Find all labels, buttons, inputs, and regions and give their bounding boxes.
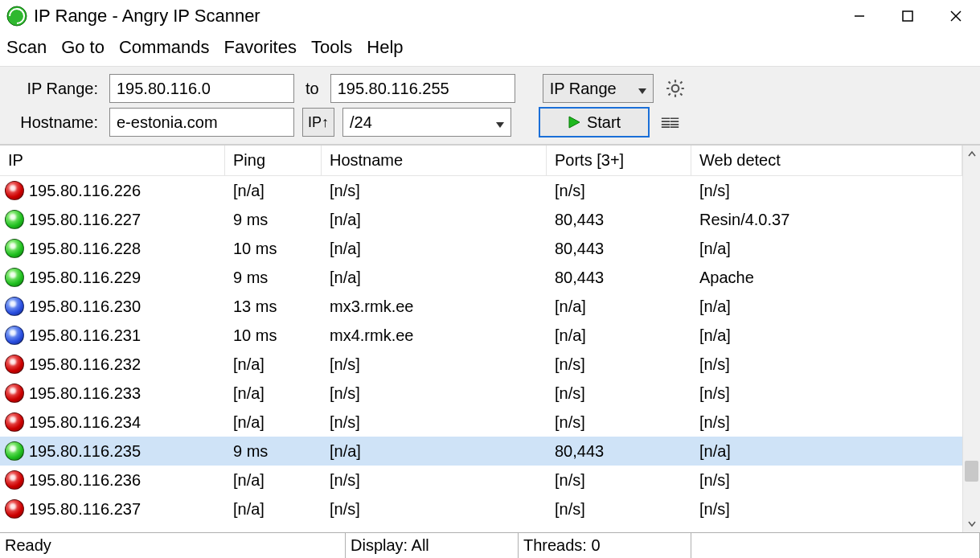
table-row[interactable]: 195.80.116.22810 ms[n/a]80,443[n/a] bbox=[0, 234, 962, 263]
toolbar: IP Range: to IP Range Hostname: IP↑ /24 … bbox=[0, 66, 980, 145]
table-row[interactable]: 195.80.116.236[n/a][n/s][n/s][n/s] bbox=[0, 466, 962, 494]
cell-ping: [n/a] bbox=[225, 176, 322, 205]
table-row[interactable]: 195.80.116.234[n/a][n/s][n/s][n/s] bbox=[0, 408, 962, 437]
ip-text: 195.80.116.236 bbox=[29, 471, 141, 490]
play-icon bbox=[568, 116, 580, 129]
netmask-label: /24 bbox=[350, 113, 372, 132]
cell-ip: 195.80.116.230 bbox=[0, 292, 225, 321]
ip-text: 195.80.116.232 bbox=[29, 355, 141, 374]
status-icon bbox=[5, 412, 24, 432]
svg-marker-5 bbox=[569, 117, 580, 128]
status-icon bbox=[5, 181, 24, 200]
vertical-scrollbar[interactable] bbox=[962, 146, 980, 532]
ip-text: 195.80.116.226 bbox=[29, 182, 141, 200]
cell-ping: 9 ms bbox=[225, 205, 322, 234]
preferences-button[interactable] bbox=[662, 75, 689, 102]
status-icon bbox=[5, 441, 24, 461]
table-row[interactable]: 195.80.116.2279 ms[n/a]80,443Resin/4.0.3… bbox=[0, 205, 962, 234]
app-icon bbox=[6, 6, 27, 27]
status-empty bbox=[691, 533, 980, 558]
cell-webdetect: [n/a] bbox=[691, 437, 962, 466]
status-bar: Ready Display: All Threads: 0 bbox=[0, 532, 980, 558]
table-row[interactable]: 195.80.116.23013 msmx3.rmk.ee[n/a][n/a] bbox=[0, 292, 962, 321]
ip-text: 195.80.116.234 bbox=[29, 413, 141, 432]
hostname-label: Hostname: bbox=[5, 113, 101, 132]
menu-help[interactable]: Help bbox=[367, 37, 403, 58]
results-table: IP Ping Hostname Ports [3+] Web detect 1… bbox=[0, 145, 980, 532]
col-header-ip[interactable]: IP bbox=[0, 146, 225, 176]
table-row[interactable]: 195.80.116.226[n/a][n/s][n/s][n/s] bbox=[0, 176, 962, 205]
chevron-down-icon bbox=[496, 113, 504, 132]
cell-ping: 10 ms bbox=[225, 234, 322, 263]
hostname-input[interactable] bbox=[109, 108, 294, 137]
cell-ports: [n/s] bbox=[547, 350, 691, 379]
status-icon bbox=[5, 297, 24, 316]
svg-rect-2 bbox=[903, 11, 912, 21]
col-header-ping[interactable]: Ping bbox=[225, 146, 322, 176]
ip-text: 195.80.116.237 bbox=[29, 500, 141, 519]
menu-goto[interactable]: Go to bbox=[61, 37, 105, 58]
minimize-button[interactable] bbox=[835, 0, 884, 32]
ip-text: 195.80.116.227 bbox=[29, 211, 141, 229]
table-row[interactable]: 195.80.116.23110 msmx4.rmk.ee[n/a][n/a] bbox=[0, 321, 962, 350]
range-type-dropdown[interactable]: IP Range bbox=[543, 74, 654, 103]
ip-text: 195.80.116.230 bbox=[29, 297, 141, 316]
scrollbar-thumb[interactable] bbox=[965, 461, 978, 482]
cell-webdetect: [n/a] bbox=[691, 321, 962, 350]
start-button[interactable]: Start bbox=[539, 107, 650, 137]
menu-tools[interactable]: Tools bbox=[311, 37, 352, 58]
col-header-webdetect[interactable]: Web detect bbox=[691, 146, 962, 176]
cell-ports: [n/s] bbox=[547, 408, 691, 437]
cell-ports: [n/s] bbox=[547, 494, 691, 523]
menu-commands[interactable]: Commands bbox=[119, 37, 209, 58]
ip-text: 195.80.116.231 bbox=[29, 326, 141, 345]
ip-up-button[interactable]: IP↑ bbox=[302, 108, 334, 137]
ip-text: 195.80.116.233 bbox=[29, 384, 141, 403]
cell-webdetect: [n/a] bbox=[691, 234, 962, 263]
cell-webdetect: [n/s] bbox=[691, 494, 962, 523]
start-button-label: Start bbox=[587, 113, 621, 132]
cell-hostname: [n/s] bbox=[322, 494, 547, 523]
chevron-down-icon bbox=[968, 519, 976, 527]
fetchers-button[interactable]: ≣≣ bbox=[658, 109, 682, 136]
cell-ports: 80,443 bbox=[547, 234, 691, 263]
col-header-ports[interactable]: Ports [3+] bbox=[547, 146, 691, 176]
cell-webdetect: [n/s] bbox=[691, 176, 962, 205]
scrollbar-track[interactable] bbox=[963, 163, 980, 515]
ip-to-input[interactable] bbox=[330, 74, 515, 103]
col-header-hostname[interactable]: Hostname bbox=[322, 146, 547, 176]
close-button[interactable] bbox=[932, 0, 980, 32]
cell-ping: [n/a] bbox=[225, 408, 322, 437]
status-icon bbox=[5, 499, 24, 519]
cell-ping: [n/a] bbox=[225, 494, 322, 523]
cell-ip: 195.80.116.229 bbox=[0, 263, 225, 292]
ip-from-input[interactable] bbox=[109, 74, 294, 103]
table-row[interactable]: 195.80.116.237[n/a][n/s][n/s][n/s] bbox=[0, 494, 962, 523]
menu-scan[interactable]: Scan bbox=[6, 37, 47, 58]
maximize-button[interactable] bbox=[884, 0, 932, 32]
menu-favorites[interactable]: Favorites bbox=[223, 37, 296, 58]
cell-ping: 9 ms bbox=[225, 263, 322, 292]
cell-ip: 195.80.116.235 bbox=[0, 437, 225, 466]
cell-ip: 195.80.116.231 bbox=[0, 321, 225, 350]
table-row[interactable]: 195.80.116.2299 ms[n/a]80,443Apache bbox=[0, 263, 962, 292]
cell-webdetect: [n/a] bbox=[691, 292, 962, 321]
netmask-dropdown[interactable]: /24 bbox=[342, 108, 511, 137]
cell-ports: 80,443 bbox=[547, 263, 691, 292]
cell-hostname: [n/s] bbox=[322, 176, 547, 205]
status-icon bbox=[5, 268, 24, 287]
scroll-down-button[interactable] bbox=[963, 515, 980, 532]
cell-webdetect: [n/s] bbox=[691, 379, 962, 408]
status-icon bbox=[5, 470, 24, 490]
cell-hostname: mx3.rmk.ee bbox=[322, 292, 547, 321]
cell-ports: [n/a] bbox=[547, 321, 691, 350]
cell-webdetect: [n/s] bbox=[691, 350, 962, 379]
title-bar: IP Range - Angry IP Scanner bbox=[0, 0, 980, 32]
table-row[interactable]: 195.80.116.233[n/a][n/s][n/s][n/s] bbox=[0, 379, 962, 408]
cell-hostname: mx4.rmk.ee bbox=[322, 321, 547, 350]
table-row[interactable]: 195.80.116.2359 ms[n/a]80,443[n/a] bbox=[0, 437, 962, 466]
table-row[interactable]: 195.80.116.232[n/a][n/s][n/s][n/s] bbox=[0, 350, 962, 379]
status-icon bbox=[5, 355, 24, 374]
scroll-up-button[interactable] bbox=[963, 146, 980, 163]
ip-text: 195.80.116.228 bbox=[29, 240, 141, 258]
